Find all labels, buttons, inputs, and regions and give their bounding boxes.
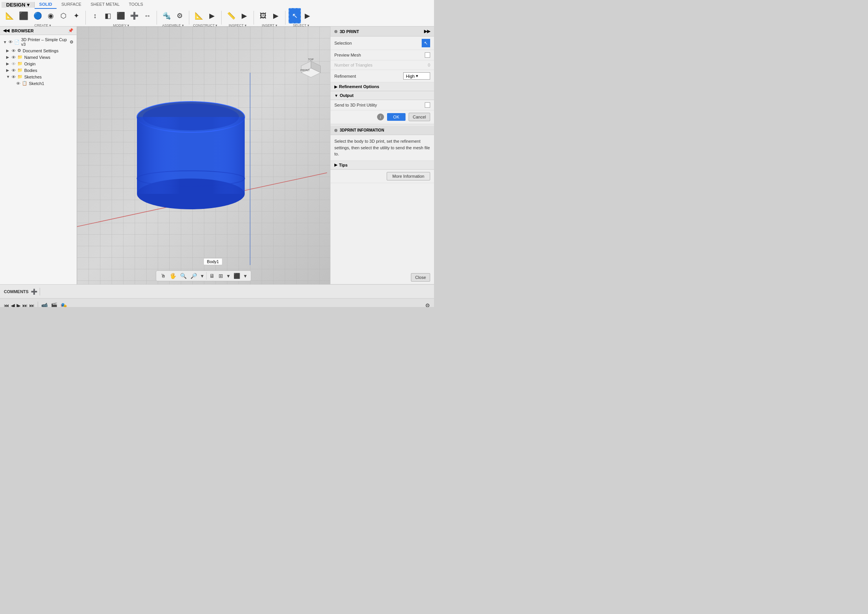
ok-button[interactable]: OK: [387, 113, 406, 121]
shell-btn[interactable]: ➕: [128, 8, 141, 23]
motion-btn[interactable]: 🎭: [60, 302, 67, 307]
insert-canvas-btn[interactable]: 🖼: [257, 8, 269, 23]
close-button[interactable]: Close: [411, 273, 430, 282]
tree-item-bodies[interactable]: ▶ 👁 📁 Bodies: [0, 67, 77, 73]
grid-dropdown[interactable]: ▾: [226, 272, 231, 280]
pan-btn[interactable]: 🖐: [169, 272, 177, 280]
num-triangles-label: Number of Triangles: [334, 63, 426, 67]
eye-sketches[interactable]: 👁: [12, 75, 16, 79]
fillet-btn[interactable]: ◧: [102, 8, 114, 23]
select-btn[interactable]: ↖: [289, 8, 301, 23]
selection-button[interactable]: ↖: [422, 39, 430, 47]
viewport-bottom-toolbar: 🖱 🖐 🔍 🔎 ▾ 🖥 ⊞ ▾ ⬛ ▾: [156, 270, 251, 281]
svg-text:TOP: TOP: [308, 58, 314, 61]
tree-item-origin[interactable]: ▶ 👁 📁 Origin: [0, 60, 77, 67]
tab-tools[interactable]: TOOLS: [124, 0, 148, 9]
tree-item-docsettings[interactable]: ▶ 👁 ⚙ Document Settings: [0, 47, 77, 54]
panel-spacer: [331, 183, 434, 271]
create-sketch-btn[interactable]: 📐: [3, 8, 16, 23]
zoom-fit-btn[interactable]: 🔎: [189, 272, 198, 280]
tab-sheetmetal[interactable]: SHEET METAL: [86, 0, 124, 9]
select-more-btn[interactable]: ▶: [301, 8, 314, 23]
timeline-btn[interactable]: 🎬: [51, 302, 57, 307]
info-text: Select the body to 3D print, set the ref…: [334, 138, 430, 157]
insert-more-btn[interactable]: ▶: [270, 8, 282, 23]
orbit-btn[interactable]: 🖱: [159, 272, 167, 280]
tips-toggle[interactable]: ▶ Tips: [331, 161, 434, 170]
settings-btn[interactable]: ⚙: [425, 302, 430, 307]
preview-mesh-checkbox[interactable]: [425, 52, 430, 58]
prev-frame-btn[interactable]: ◀: [11, 302, 15, 307]
revolve-btn[interactable]: 🔵: [31, 8, 44, 23]
print-panel-header: 3D PRINT ▶▶: [331, 27, 434, 37]
new-component-btn[interactable]: 🔩: [160, 8, 173, 23]
folder-root: 📄: [14, 40, 20, 45]
extrude-btn[interactable]: ⬛: [17, 8, 31, 23]
tree-item-sketch1[interactable]: 👁 📋 Sketch1: [0, 80, 77, 87]
zoom-dropdown-arrow[interactable]: ▾: [200, 272, 205, 280]
loft-btn[interactable]: ⬡: [57, 8, 70, 23]
tree-item-sketches[interactable]: ▼ 👁 📁 Sketches: [0, 73, 77, 80]
design-button[interactable]: DESIGN ▾: [2, 2, 35, 8]
eye-origin[interactable]: 👁: [12, 62, 16, 66]
playback-divider: [38, 302, 38, 307]
more-info-row: More Information: [331, 170, 434, 183]
tree-arrow-root: ▼: [3, 40, 7, 44]
view-dropdown[interactable]: ▾: [243, 272, 248, 280]
tree-item-namedviews[interactable]: ▶ 👁 📁 Named Views: [0, 54, 77, 60]
folder-namedviews: 📁: [17, 55, 23, 60]
eye-docsettings[interactable]: 👁: [12, 48, 16, 53]
info-panel-header: 3DPRINT INFORMATION: [331, 126, 434, 135]
eye-bodies[interactable]: 👁: [12, 68, 16, 73]
comments-label: COMMENTS: [4, 289, 28, 294]
tree-label-origin: Origin: [24, 62, 35, 66]
go-to-start-btn[interactable]: ⏮: [4, 302, 9, 307]
sidebar-pin-icon[interactable]: 📌: [68, 28, 73, 33]
play-btn[interactable]: ▶: [17, 302, 21, 307]
tab-surface[interactable]: SURFACE: [57, 0, 86, 9]
viewport[interactable]: TOP FRONT 🖱 🖐 🔍 🔎 ▾ 🖥 ⊞ ▾ ⬛ ▾ Body1: [77, 27, 330, 284]
view-cube-btn[interactable]: ⬛: [232, 272, 241, 280]
grid-btn[interactable]: ⊞: [217, 272, 224, 280]
refinement-options-toggle[interactable]: ▶ Refinement Options: [331, 82, 434, 91]
cube-gizmo[interactable]: TOP FRONT: [299, 57, 322, 84]
right-panel: 3D PRINT ▶▶ Selection ↖ Preview Mesh Num…: [330, 27, 434, 284]
create-more-btn[interactable]: ✦: [70, 8, 82, 23]
cancel-button[interactable]: Cancel: [409, 113, 430, 121]
construct-more-btn[interactable]: ▶: [206, 8, 218, 23]
divider-4: [221, 11, 222, 25]
print-panel-title: 3D PRINT: [340, 29, 359, 34]
go-to-end-btn[interactable]: ⏭: [29, 302, 35, 307]
eye-sketch1[interactable]: 👁: [16, 81, 20, 86]
measure-btn[interactable]: 📏: [225, 8, 238, 23]
joint-btn[interactable]: ⚙: [174, 8, 186, 23]
tree-item-root[interactable]: ▼ 👁 📄 3D Printer – Simple Cup v3 ⚙: [0, 37, 77, 47]
print-panel-expand[interactable]: ▶▶: [424, 29, 430, 34]
output-toggle[interactable]: ▼ Output: [331, 91, 434, 100]
chamfer-btn[interactable]: ⬛: [114, 8, 127, 23]
press-pull-btn[interactable]: ↕: [89, 8, 101, 23]
refinement-dropdown[interactable]: High ▾: [403, 72, 430, 80]
camera-btn[interactable]: 📹: [41, 302, 48, 307]
settings-icon-root[interactable]: ⚙: [70, 40, 73, 45]
display-mode-btn[interactable]: 🖥: [208, 272, 216, 280]
sweep-btn[interactable]: ◉: [45, 8, 57, 23]
eye-root[interactable]: 👁: [8, 40, 13, 44]
inspect-more-btn[interactable]: ▶: [238, 8, 250, 23]
more-info-button[interactable]: More Information: [387, 172, 430, 180]
next-frame-btn[interactable]: ⏭: [22, 302, 28, 307]
eye-namedviews[interactable]: 👁: [12, 55, 16, 60]
info-icon-btn[interactable]: i: [377, 113, 384, 120]
add-comment-icon[interactable]: ➕: [31, 289, 37, 295]
modify-more-btn[interactable]: ↔: [141, 8, 154, 23]
send-3dprint-checkbox[interactable]: [425, 102, 430, 108]
design-label: DESIGN: [6, 2, 25, 8]
info-panel-dot: [334, 129, 337, 132]
send-3dprint-row: Send to 3D Print Utility: [331, 100, 434, 110]
offset-plane-btn[interactable]: 📐: [192, 8, 205, 23]
bottom-bar: COMMENTS ➕: [0, 284, 434, 298]
main-area: ◀◀ BROWSER 📌 ▼ 👁 📄 3D Printer – Simple C…: [0, 27, 434, 284]
zoom-btn[interactable]: 🔍: [179, 272, 188, 280]
sidebar-collapse-icon[interactable]: ◀◀: [3, 28, 9, 33]
tab-solid[interactable]: SOLID: [35, 0, 57, 9]
